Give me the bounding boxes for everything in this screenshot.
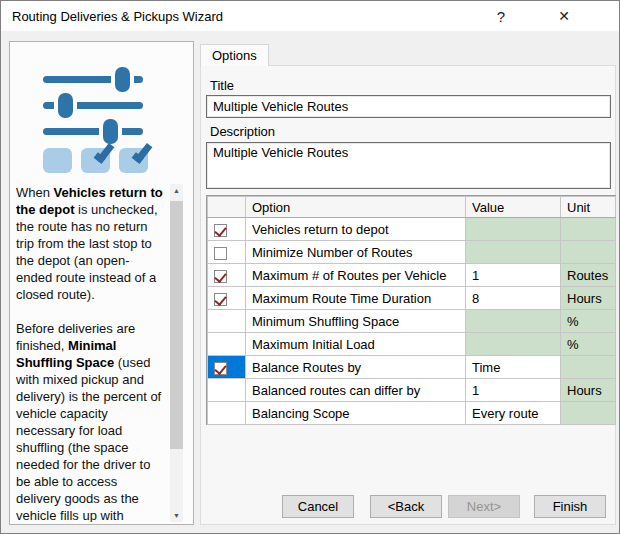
row-checkbox-cell <box>208 402 246 425</box>
header-option-col: Option <box>246 197 466 218</box>
scroll-up-icon[interactable]: ▲ <box>170 184 183 197</box>
unit-cell <box>561 356 616 379</box>
header-value-col: Value <box>466 197 561 218</box>
option-cell[interactable]: Maximum # of Routes per Vehicle <box>246 264 466 287</box>
close-icon: ✕ <box>558 8 570 24</box>
slider-knob-icon <box>103 119 118 144</box>
sliders-illustration <box>10 42 194 182</box>
unit-cell: Routes <box>561 264 616 287</box>
option-cell[interactable]: Minimum Shuffling Space <box>246 310 466 333</box>
value-cell[interactable]: Every route <box>466 402 561 425</box>
cancel-button[interactable]: Cancel <box>282 495 354 518</box>
table-row: Balanced routes can differ by1Hours <box>208 379 616 402</box>
row-checkbox-cell[interactable] <box>208 356 246 379</box>
option-cell[interactable]: Balance Routes by <box>246 356 466 379</box>
header-unit-col: Unit <box>561 197 616 218</box>
title-input[interactable] <box>206 95 611 118</box>
option-cell[interactable]: Vehicles return to depot <box>246 218 466 241</box>
table-row: Minimize Number of Routes <box>208 241 616 264</box>
value-cell[interactable]: Time <box>466 356 561 379</box>
unit-cell <box>561 402 616 425</box>
table-row: Maximum Initial Load% <box>208 333 616 356</box>
checkbox-checked-icon[interactable] <box>214 224 227 237</box>
options-tab-panel: Title Description Multiple Vehicle Route… <box>200 65 616 525</box>
unit-cell: % <box>561 310 616 333</box>
title-bar[interactable]: Routing Deliveries & Pickups Wizard <box>1 1 619 31</box>
value-cell[interactable]: 8 <box>466 287 561 310</box>
table-row: Balancing ScopeEvery route <box>208 402 616 425</box>
tab-options-label: Options <box>212 48 257 63</box>
option-cell[interactable]: Maximum Initial Load <box>246 333 466 356</box>
value-cell <box>466 333 561 356</box>
checkbox-checked-icon <box>119 148 148 173</box>
row-checkbox-cell[interactable] <box>208 264 246 287</box>
slider-knob-icon <box>58 93 73 118</box>
check-icon <box>94 141 115 164</box>
finish-button[interactable]: Finish <box>534 495 606 518</box>
options-table-body: Vehicles return to depotMinimize Number … <box>208 218 616 425</box>
checkbox-unchecked-icon[interactable] <box>214 247 227 260</box>
help-icon: ? <box>497 8 505 25</box>
row-checkbox-cell[interactable] <box>208 287 246 310</box>
checkbox-checked-icon[interactable] <box>214 270 227 283</box>
routing-wizard-dialog: Routing Deliveries & Pickups Wizard ? ✕ … <box>0 0 620 534</box>
sidebar-scrollbar[interactable]: ▲ ▼ <box>170 184 183 522</box>
option-cell[interactable]: Balanced routes can differ by <box>246 379 466 402</box>
row-checkbox-cell <box>208 310 246 333</box>
table-row: Minimum Shuffling Space% <box>208 310 616 333</box>
table-header-row: Option Value Unit <box>208 197 616 218</box>
unit-cell: Hours <box>561 287 616 310</box>
sidebar-description: When Vehicles return to the depot is unc… <box>16 184 164 522</box>
checkbox-checked-icon[interactable] <box>214 293 227 306</box>
value-cell <box>466 310 561 333</box>
description-label: Description <box>210 124 275 139</box>
table-row: Balance Routes byTime <box>208 356 616 379</box>
scroll-down-icon[interactable]: ▼ <box>170 509 183 522</box>
row-checkbox-cell <box>208 379 246 402</box>
checkbox-checked-icon <box>81 148 110 173</box>
options-table: Option Value Unit Vehicles return to dep… <box>206 195 616 425</box>
unit-cell <box>561 241 616 264</box>
value-cell <box>466 218 561 241</box>
unit-cell: Hours <box>561 379 616 402</box>
unit-cell: % <box>561 333 616 356</box>
row-checkbox-cell[interactable] <box>208 241 246 264</box>
header-checkbox-col <box>208 197 246 218</box>
slider-knob-icon <box>115 67 130 92</box>
table-row: Vehicles return to depot <box>208 218 616 241</box>
row-checkbox-cell[interactable] <box>208 218 246 241</box>
checkbox-empty-icon <box>43 148 72 173</box>
title-label: Title <box>210 78 234 93</box>
scrollbar-thumb[interactable] <box>170 201 183 449</box>
next-button: Next> <box>448 495 520 518</box>
help-button[interactable]: ? <box>485 1 517 31</box>
back-button[interactable]: <Back <box>370 495 442 518</box>
window-title: Routing Deliveries & Pickups Wizard <box>1 9 223 24</box>
wizard-sidebar: When Vehicles return to the depot is unc… <box>9 41 194 525</box>
value-cell <box>466 241 561 264</box>
option-cell[interactable]: Maximum Route Time Duration <box>246 287 466 310</box>
check-icon <box>132 141 153 164</box>
row-checkbox-cell <box>208 333 246 356</box>
tab-options[interactable]: Options <box>200 44 269 66</box>
unit-cell <box>561 218 616 241</box>
value-cell[interactable]: 1 <box>466 264 561 287</box>
checkbox-checked-icon[interactable] <box>214 362 227 375</box>
description-input[interactable]: Multiple Vehicle Routes <box>206 142 611 189</box>
slider-track-icon <box>43 128 143 135</box>
close-button[interactable]: ✕ <box>548 1 580 31</box>
option-cell[interactable]: Minimize Number of Routes <box>246 241 466 264</box>
value-cell[interactable]: 1 <box>466 379 561 402</box>
table-row: Maximum Route Time Duration8Hours <box>208 287 616 310</box>
table-row: Maximum # of Routes per Vehicle1Routes <box>208 264 616 287</box>
option-cell[interactable]: Balancing Scope <box>246 402 466 425</box>
